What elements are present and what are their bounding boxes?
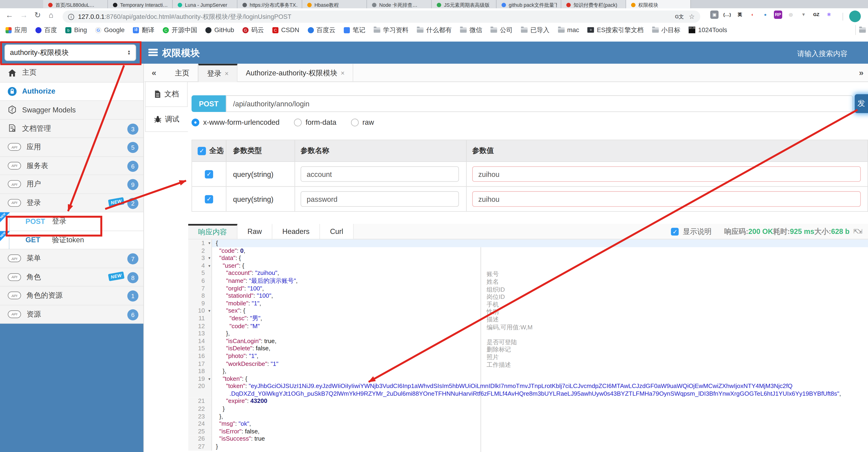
bookmark-item[interactable]: 应用 bbox=[6, 26, 27, 34]
radio-form-data[interactable]: form-data bbox=[294, 118, 336, 126]
doc-tab-登录[interactable]: 登录× bbox=[198, 64, 238, 82]
bookmark-item[interactable]: 学习资料 bbox=[374, 26, 408, 34]
browser-tab[interactable]: https://分布式事务TX… bbox=[238, 0, 303, 8]
bookmark-item[interactable]: 百度 bbox=[35, 26, 57, 34]
response-tab-Raw[interactable]: Raw bbox=[238, 224, 273, 239]
back-icon[interactable]: ← bbox=[6, 10, 13, 19]
fullscreen-icon[interactable]: ⇱⇲ bbox=[854, 228, 861, 235]
param-value-input[interactable] bbox=[472, 166, 861, 182]
bookmark-item[interactable]: G码云 bbox=[243, 26, 264, 34]
param-value-input[interactable] bbox=[472, 191, 861, 207]
sidebar-item-主页[interactable]: 主页 bbox=[0, 64, 144, 82]
close-tab-icon[interactable]: × bbox=[225, 70, 229, 78]
show-desc-checkbox[interactable]: ✓ bbox=[671, 228, 679, 235]
bookmark-item[interactable]: GitHub bbox=[206, 27, 234, 33]
menu-icon[interactable] bbox=[148, 49, 158, 56]
param-name-input[interactable] bbox=[301, 191, 459, 207]
browser-tab[interactable]: Node 卡死排查… bbox=[367, 0, 432, 8]
fold-caret-icon[interactable]: ▾ bbox=[209, 255, 210, 262]
browser-tab[interactable]: Hbase教程 bbox=[302, 0, 367, 8]
bookmark-item[interactable]: 微信 bbox=[460, 26, 482, 34]
row-checkbox[interactable]: ✓ bbox=[205, 170, 213, 178]
bookmark-item[interactable]: 公司 bbox=[491, 26, 513, 34]
nav-文档[interactable]: 文档 bbox=[145, 82, 188, 107]
globe-icon[interactable]: ● bbox=[761, 10, 769, 19]
browser-tab[interactable]: JS元素周期表高级版 bbox=[432, 0, 497, 8]
bookmark-item[interactable]: 笔记 bbox=[344, 26, 365, 34]
bookmark-item[interactable]: bBing bbox=[65, 27, 87, 33]
sidebar-item-菜单[interactable]: API菜单7 bbox=[0, 250, 144, 268]
m-arrow-icon[interactable]: ▼ bbox=[799, 10, 808, 19]
bookmark-item[interactable]: 什么都有 bbox=[417, 26, 452, 34]
request-url-input[interactable] bbox=[226, 95, 853, 112]
rp-icon[interactable]: RP bbox=[774, 10, 782, 19]
header-search-input[interactable]: 请输入搜索内容 bbox=[797, 49, 847, 59]
bookmark-item[interactable]: mac bbox=[558, 27, 579, 33]
sidebar-item-Swagger Models[interactable]: Swagger Models bbox=[0, 101, 144, 119]
sidebar-item-角色的资源[interactable]: API角色的资源1 bbox=[0, 286, 144, 305]
bookmark-item[interactable]: CCSDN bbox=[272, 27, 299, 33]
fold-caret-icon[interactable]: ▾ bbox=[209, 307, 210, 315]
send-button[interactable]: 发 bbox=[855, 94, 868, 113]
address-bar[interactable]: i 127.0.0.1:8760/api/gate/doc.html#/auth… bbox=[63, 10, 700, 23]
bookmark-item[interactable]: ≡ES搜索引擎文档 bbox=[587, 26, 644, 34]
expand-tabs-icon[interactable]: » bbox=[859, 68, 864, 77]
response-tab-响应内容[interactable]: 响应内容 bbox=[188, 224, 238, 239]
gitzip-icon[interactable]: GZ bbox=[812, 10, 820, 19]
bookmark-item[interactable]: 已导入 bbox=[521, 26, 550, 34]
nav-调试[interactable]: 调试 bbox=[145, 107, 188, 132]
bookmark-item[interactable]: 百度云 bbox=[308, 26, 335, 34]
browser-tab[interactable]: 知识付费专栏(pack) bbox=[561, 0, 626, 8]
doc-tab-Authorize-authority-权限模块[interactable]: Authorize-authority-权限模块× bbox=[238, 64, 353, 82]
fold-caret-icon[interactable]: ▾ bbox=[209, 239, 210, 247]
home-icon[interactable]: ⌂ bbox=[49, 10, 54, 19]
browser-tab[interactable]: 权限模块 bbox=[626, 0, 691, 8]
radio-x-www-form-urlencoded[interactable]: x-www-form-urlencoded bbox=[191, 118, 280, 126]
forward-icon[interactable]: → bbox=[20, 10, 28, 19]
other-bookmarks[interactable]: 其他书签 bbox=[855, 25, 868, 35]
collapse-tabs-icon[interactable]: « bbox=[152, 68, 156, 77]
fold-caret-icon[interactable]: ▾ bbox=[209, 262, 210, 270]
sidebar-item-get-验证token[interactable]: NEWGET验证token bbox=[0, 231, 144, 250]
response-editor[interactable]: 账号姓名组织ID岗位ID手机性别描述编码,可用值:W,M是否可登陆删除标记照片工… bbox=[188, 239, 868, 452]
reload-icon[interactable]: ↻ bbox=[34, 10, 41, 19]
radio-raw[interactable]: raw bbox=[351, 118, 374, 126]
asterisk-icon[interactable]: ✻ bbox=[825, 10, 833, 19]
response-tab-Headers[interactable]: Headers bbox=[273, 224, 320, 239]
browser-tab[interactable]: Luna - JumpServer bbox=[173, 0, 238, 8]
bookmark-item[interactable]: C开源中国 bbox=[163, 26, 197, 34]
response-tab-Curl[interactable]: Curl bbox=[320, 224, 354, 239]
sidebar-item-post-登录[interactable]: NEWPOST登录 bbox=[0, 212, 144, 231]
browser-tab[interactable]: Temporary Interacti… bbox=[108, 0, 173, 8]
bookmark-star-icon[interactable]: ☆ bbox=[689, 13, 695, 21]
close-tab-icon[interactable]: × bbox=[341, 69, 345, 77]
sidebar-item-应用[interactable]: API应用5 bbox=[0, 138, 144, 157]
json-brackets-icon[interactable]: {…} bbox=[723, 10, 731, 19]
site-info-icon[interactable]: i bbox=[68, 13, 74, 20]
sidebar-item-用户[interactable]: API用户9 bbox=[0, 175, 144, 194]
module-select[interactable]: authority-权限模块 ▲▼ bbox=[4, 45, 136, 61]
sidebar-item-角色[interactable]: API角色NEW8 bbox=[0, 268, 144, 286]
translate-en-icon[interactable]: 英 bbox=[736, 10, 744, 19]
ring-icon[interactable]: ◎ bbox=[787, 10, 795, 19]
qr-extension-icon[interactable]: ▣ bbox=[710, 10, 718, 19]
sidebar-item-文档管理[interactable]: 文档管理3 bbox=[0, 119, 144, 138]
bookmark-item[interactable]: 译翻译 bbox=[133, 26, 155, 34]
sidebar-item-Authorize[interactable]: Authorize bbox=[0, 82, 144, 101]
bookmark-item[interactable]: 10 241024Tools bbox=[689, 27, 727, 33]
bookmark-item[interactable]: GGoogle bbox=[95, 27, 125, 33]
profile-avatar[interactable] bbox=[849, 10, 861, 22]
doc-tab-主页[interactable]: 主页 bbox=[167, 64, 198, 82]
bookmark-item[interactable]: 小目标 bbox=[652, 26, 680, 34]
chrome-colored-icon[interactable]: ◐ bbox=[748, 10, 757, 19]
select-all-checkbox[interactable]: ✓ bbox=[197, 147, 206, 155]
fold-caret-icon[interactable]: ▾ bbox=[209, 375, 210, 383]
browser-tab[interactable]: 首页/SL880duL… bbox=[43, 0, 108, 8]
browser-tab[interactable]: github pack文件批量下载 bbox=[497, 0, 561, 8]
sidebar-item-资源[interactable]: API资源6 bbox=[0, 305, 144, 324]
sidebar-item-服务表[interactable]: API服务表6 bbox=[0, 157, 144, 175]
translate-icon[interactable]: G文 bbox=[675, 13, 684, 20]
param-name-input[interactable] bbox=[301, 166, 459, 182]
sidebar-item-登录[interactable]: API登录NEW2 bbox=[0, 194, 144, 212]
row-checkbox[interactable]: ✓ bbox=[205, 195, 213, 203]
